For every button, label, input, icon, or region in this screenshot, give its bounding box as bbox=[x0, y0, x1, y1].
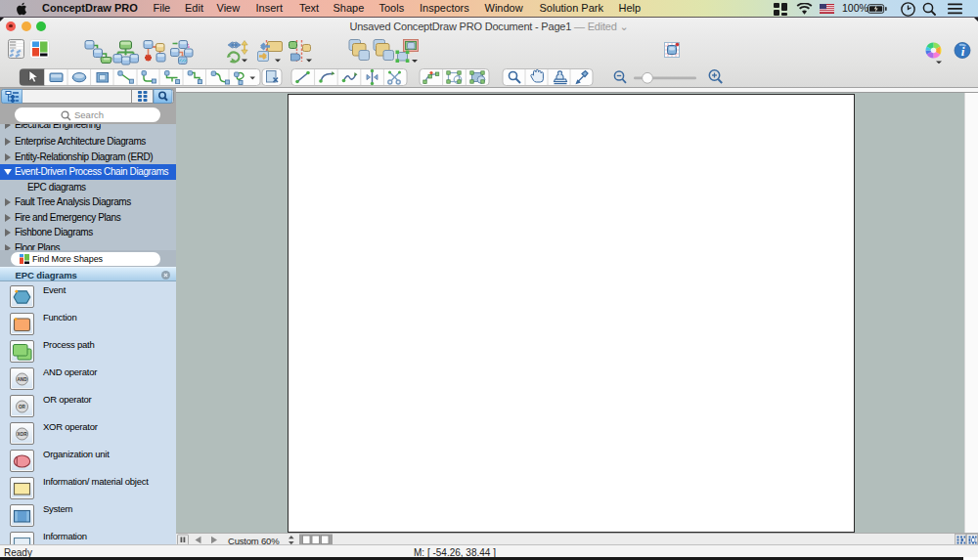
svg-text:XOR: XOR bbox=[18, 432, 28, 437]
svg-text:OR: OR bbox=[19, 405, 26, 409]
svg-text:i: i bbox=[961, 44, 965, 59]
svg-text:AND: AND bbox=[18, 377, 28, 382]
